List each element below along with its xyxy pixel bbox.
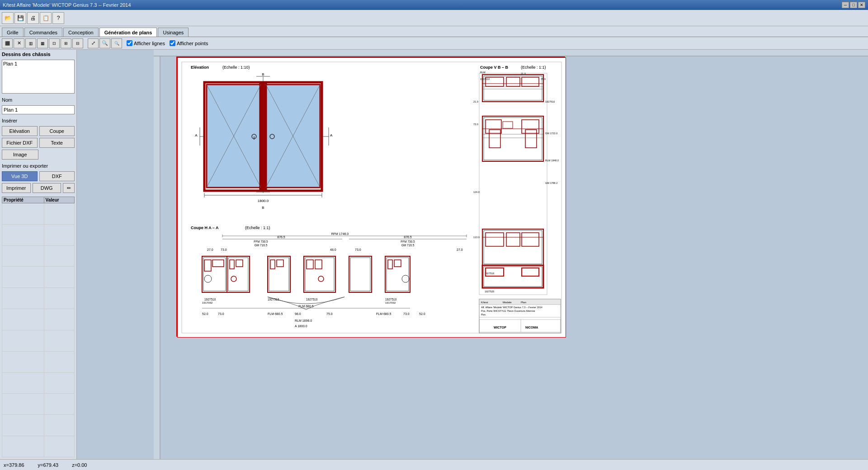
svg-text:75.0: 75.0 [541,78,546,80]
svg-text:1800.0: 1800.0 [258,199,269,203]
svg-text:B: B [262,72,264,76]
delete-tool[interactable]: ✕ [14,38,24,48]
status-bar: x=379.86 y=679.43 z=0.00 [0,459,868,470]
y-coord: y=679.43 [38,462,59,468]
table-row [2,203,75,225]
afficher-points-checkbox[interactable] [170,40,175,46]
svg-rect-69 [305,258,334,291]
afficher-points-label[interactable]: Afficher points [170,40,208,46]
elevation-button[interactable]: Elévation [2,126,38,136]
tool3[interactable]: ▥ [25,38,36,48]
main-area: Dessins des châssis Plan 1 Nom Insérer E… [0,50,868,459]
svg-text:Coupe H  A – A: Coupe H A – A [191,226,219,230]
svg-text:K/test: K/test [481,301,488,304]
svg-text:RFM 1746.0: RFM 1746.0 [331,232,349,235]
svg-text:Plan.: Plan. [481,313,486,316]
copy-button[interactable]: 📋 [40,12,52,24]
svg-rect-14 [259,82,267,191]
select-tool[interactable]: ⬛ [2,38,13,48]
svg-rect-60 [228,258,248,291]
svg-text:1927510: 1927510 [306,298,318,301]
svg-rect-76 [387,258,409,291]
svg-text:RLM: RLM [480,71,486,74]
dwg-button[interactable]: DWG [33,183,61,193]
tab-conception[interactable]: Conception [63,28,99,37]
dessins-listbox[interactable]: Plan 1 [2,60,75,94]
afficher-lignes-label[interactable]: Afficher lignes [127,40,165,46]
zoom-in[interactable]: 🔍 [99,38,110,48]
tab-grille[interactable]: Grille [2,28,24,37]
export-row1: Vue 3D DXF [2,171,75,181]
vue3d-button[interactable]: Vue 3D [2,171,38,181]
ruler-top [154,50,868,56]
svg-text:GM 1722.0: GM 1722.0 [545,132,557,135]
svg-text:GM 716.5: GM 716.5 [255,244,268,247]
zoom-out[interactable]: 🔍 [111,38,122,48]
table-row [2,224,75,245]
dxf-button[interactable]: DXF [39,171,75,181]
maximize-button[interactable]: □ [850,2,857,8]
svg-text:GM 716.5: GM 716.5 [401,244,415,247]
dessins-chassis-title: Dessins des châssis [2,52,75,57]
table-row [2,330,75,351]
tab-commandes[interactable]: Commandes [24,28,62,37]
help-button[interactable]: ? [52,12,64,24]
table-row [2,267,75,288]
inserer-row1: Elévation Coupe [2,126,75,136]
svg-text:52.0: 52.0 [419,312,425,315]
drawing-toolbar: ⬛ ✕ ▥ ▦ ⊡ ⊞ ⊟ ⤢ 🔍 🔍 Afficher lignes Affi… [0,37,868,50]
nom-label: Nom [2,97,75,103]
svg-text:73.0: 73.0 [403,312,410,315]
close-button[interactable]: ✕ [858,2,865,8]
toolbar: 📂 💾 🖨 📋 ? [0,10,868,26]
tab-generation-plans[interactable]: Génération de plans [99,28,157,37]
nom-input[interactable] [2,105,75,114]
tool5[interactable]: ⊡ [49,38,60,48]
tool7[interactable]: ⊟ [72,38,83,48]
plan-item[interactable]: Plan 1 [3,61,73,66]
new-button[interactable]: 📂 [2,12,14,24]
svg-text:(Echelle : 1:10): (Echelle : 1:10) [222,65,250,70]
svg-text:GM 1788.2: GM 1788.2 [545,182,557,184]
svg-text:1927510: 1927510 [480,78,490,80]
tool6[interactable]: ⊞ [61,38,71,48]
svg-text:1927510: 1927510 [204,298,216,301]
svg-rect-74 [350,258,370,291]
svg-text:48.0: 48.0 [330,248,336,251]
table-row [2,372,75,394]
canvas-area[interactable]: Elévation (Echelle : 1:10) B [77,50,868,459]
inserer-row2: Fichier DXF Texte [2,138,75,148]
table-row [2,309,75,330]
svg-text:1917002: 1917002 [202,301,213,304]
tool4[interactable]: ▦ [37,38,48,48]
texte-button[interactable]: Texte [39,138,75,148]
fichier-dxf-button[interactable]: Fichier DXF [2,138,38,148]
svg-text:52.0: 52.0 [202,312,208,315]
pencil-button[interactable]: ✏ [63,183,75,193]
svg-text:B: B [262,206,264,210]
zoom-area[interactable]: ⤢ [88,38,99,48]
titlebar-title: K/test Affaire 'Modele' WICTOP Genius 7.… [3,2,131,8]
afficher-lignes-checkbox[interactable] [127,40,132,46]
svg-text:73.0: 73.0 [218,312,224,315]
svg-text:Plan: Plan [521,301,526,304]
svg-text:(Echelle : 1:1): (Echelle : 1:1) [245,226,270,230]
z-coord: z=0.00 [72,462,87,468]
print-button[interactable]: 🖨 [27,12,39,24]
afficher-lignes-text: Afficher lignes [134,41,165,46]
svg-rect-100 [479,73,547,295]
image-button[interactable]: Image [2,150,38,160]
svg-text:1927516: 1927516 [485,272,494,275]
coupe-button[interactable]: Coupe [39,126,75,136]
svg-text:27.0: 27.0 [457,248,463,251]
svg-text:FFM 730.5: FFM 730.5 [254,240,268,243]
propriete-header: Propriété [2,197,44,203]
save-button[interactable]: 💾 [14,12,26,24]
properties-table: Propriété Valeur [2,197,75,457]
svg-text:Modele: Modele [503,301,512,304]
tab-usinages[interactable]: Usinages [158,28,189,37]
imprimer-button[interactable]: Imprimer [2,183,31,193]
minimize-button[interactable]: ─ [842,2,849,8]
table-row [2,436,75,457]
svg-text:A: A [195,133,198,137]
